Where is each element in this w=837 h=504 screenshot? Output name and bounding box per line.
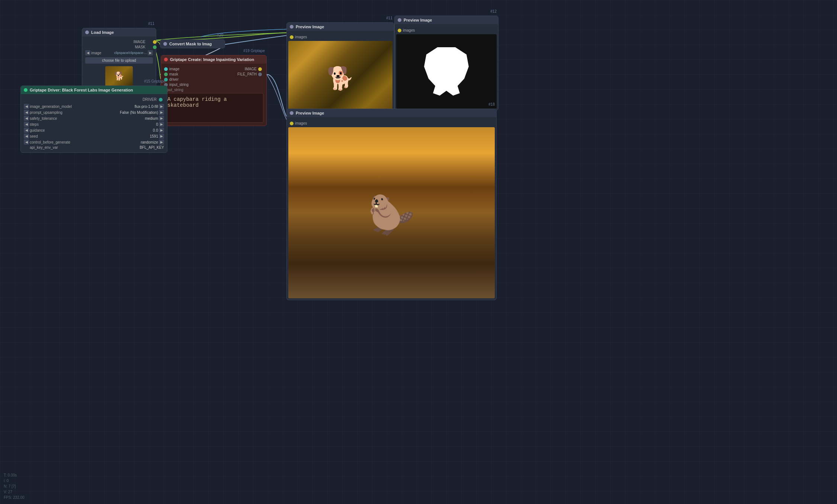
driver-output-row: DRIVER — [24, 97, 164, 102]
preview-18-image — [288, 127, 495, 298]
field-next-btn-2[interactable]: ▶ — [159, 116, 164, 121]
image-prev-btn[interactable]: ◀ — [85, 50, 90, 55]
node-griptape-create-dot — [164, 58, 168, 61]
stat-I: i: 0 — [4, 478, 25, 484]
preview-11-image-container: images — [287, 31, 394, 117]
node-griptape-driver-header: Griptape Driver: Black Forest Labs Image… — [21, 86, 167, 94]
image-preview-thumbnail: 🐕 — [105, 66, 133, 86]
preview-11-title: Preview Image — [296, 25, 324, 29]
image-selector-row: ◀ image clipspace/clipspace-... ▶ — [85, 50, 153, 55]
preview-18-dot — [290, 111, 294, 115]
preview-12-images-input[interactable] — [398, 29, 401, 32]
field-next-btn-4[interactable]: ▶ — [159, 128, 164, 133]
field-label-2: safety_tolerance — [30, 116, 94, 121]
node-griptape-create-header: Griptape Create: Image Inpainting Variat… — [161, 55, 266, 64]
field-label-4: guidance — [30, 128, 94, 132]
preview-12-title: Preview Image — [404, 18, 432, 22]
node-title-convert-mask: Convert Mask to Imag — [169, 42, 212, 46]
field-prev-btn-2[interactable]: ◀ — [24, 116, 29, 121]
field-next-btn-0[interactable]: ▶ — [159, 104, 164, 109]
create-filepath-output-port[interactable] — [258, 73, 262, 76]
node-preview-18: #18 Preview Image images — [286, 109, 497, 300]
driver-output-port[interactable] — [159, 98, 163, 102]
choose-file-button[interactable]: choose file to upload — [85, 57, 153, 64]
preview-12-image-container: images — [395, 24, 498, 110]
node-griptape-create: #19 Griptape Griptape Create: Image Inpa… — [161, 55, 267, 126]
preview-11-images-input[interactable] — [290, 35, 294, 39]
field-prev-btn-0[interactable]: ◀ — [24, 104, 29, 109]
create-inputstring-port-label: input_string — [169, 83, 189, 87]
preview-18-image-container: images — [287, 117, 496, 300]
mask-output-port[interactable] — [153, 45, 157, 49]
image-output-port[interactable] — [153, 40, 157, 44]
preview-18-images-input[interactable] — [290, 122, 294, 125]
stat-FPS: FPS: 232.00 — [4, 495, 25, 500]
node-id-load-image: #11 — [148, 22, 154, 26]
field-label-6: control_before_generate — [30, 140, 94, 144]
create-image-output-port[interactable] — [258, 67, 262, 71]
image-field-label: image — [91, 51, 113, 55]
preview-11-images-label: images — [295, 35, 307, 39]
mask-shape — [424, 47, 469, 96]
create-image-out-label: IMAGE — [245, 67, 257, 71]
field-prev-btn-3[interactable]: ◀ — [24, 122, 29, 127]
image-port-label: IMAGE — [134, 40, 145, 44]
mask-port-label: MASK — [135, 45, 145, 49]
preview-18-images-port: images — [288, 120, 495, 126]
field-label-1: prompt_upsampling — [30, 110, 94, 115]
field-steps: ◀ steps 0 ▶ — [24, 122, 164, 127]
create-filepath-port-row: FILE_PATH — [237, 72, 263, 76]
node-title-load-image: Load Image — [91, 30, 114, 35]
field-prev-btn-5[interactable]: ◀ — [24, 134, 29, 139]
field-val-3: 0 — [94, 122, 158, 126]
field-next-btn-3[interactable]: ▶ — [159, 122, 164, 127]
prompt-textarea[interactable]: A capybara riding a skateboard — [164, 93, 263, 123]
node-preview-11: #11 Preview Image images — [286, 22, 394, 117]
create-image-port-label: image — [169, 67, 179, 71]
node-id-convert-mask: #20 — [217, 33, 223, 37]
field-next-btn-5[interactable]: ▶ — [159, 134, 164, 139]
node-id-preview-18: #18 — [488, 102, 495, 106]
node-griptape-driver: #15 Griptape Griptape Driver: Black Fore… — [20, 86, 167, 153]
field-prev-btn-1[interactable]: ◀ — [24, 110, 29, 115]
field-val-4: 0.0 — [94, 128, 158, 132]
preview-18-images-label: images — [295, 121, 307, 125]
create-image-input-port[interactable] — [164, 67, 168, 71]
stat-V: V: 27 — [4, 489, 25, 495]
preview-12-dot — [398, 18, 401, 22]
preview-11-image — [288, 41, 392, 115]
node-preview-12: #12 Preview Image images — [394, 16, 498, 110]
right-ports: IMAGE FILE_PATH — [237, 66, 263, 77]
node-id-preview-11: #11 — [386, 16, 392, 20]
preview-12-images-label: images — [403, 28, 415, 32]
field-prev-btn-4[interactable]: ◀ — [24, 128, 29, 133]
image-preview-area: 🐕 — [85, 66, 153, 86]
field-next-btn-6[interactable]: ▶ — [159, 139, 164, 145]
image-port-row: IMAGE — [85, 40, 153, 44]
node-convert-dot — [163, 42, 167, 46]
node-id-griptape-driver: #15 Griptape — [144, 79, 166, 83]
field-val-2: medium — [94, 116, 158, 121]
field-label-7: api_key_env_var — [24, 145, 97, 150]
left-ports: image mask driver input_string — [164, 66, 189, 88]
node-id-griptape-create: #19 Griptape — [243, 49, 265, 53]
create-inputstring-port-row: input_string — [164, 83, 189, 87]
field-next-btn-1[interactable]: ▶ — [159, 110, 164, 115]
field-seed: ◀ seed 1591 ▶ — [24, 134, 164, 139]
field-prompt-upsampling: ◀ prompt_upsampling False (No Modificati… — [24, 110, 164, 115]
create-mask-input-port[interactable] — [164, 73, 168, 76]
image-field-value: clipspace/clipspace-... — [114, 51, 147, 55]
field-label-0: image_generation_model — [30, 105, 94, 109]
create-mask-port-label: mask — [169, 72, 178, 76]
field-prev-btn-6[interactable]: ◀ — [24, 139, 29, 145]
node-status-dot — [85, 31, 89, 34]
field-val-5: 1591 — [94, 134, 158, 138]
node-griptape-driver-body: DRIVER ◀ image_generation_model flux-pro… — [21, 94, 167, 153]
image-next-btn[interactable]: ▶ — [148, 50, 153, 55]
create-filepath-label: FILE_PATH — [237, 72, 257, 76]
create-mask-port-row: mask — [164, 72, 189, 76]
field-label-3: steps — [30, 122, 94, 126]
field-label-5: seed — [30, 134, 94, 138]
node-convert-mask-header: Convert Mask to Imag — [160, 40, 225, 48]
stats-overlay: T: 0.00s i: 0 N: 7 [7] V: 27 FPS: 232.00 — [4, 472, 25, 500]
